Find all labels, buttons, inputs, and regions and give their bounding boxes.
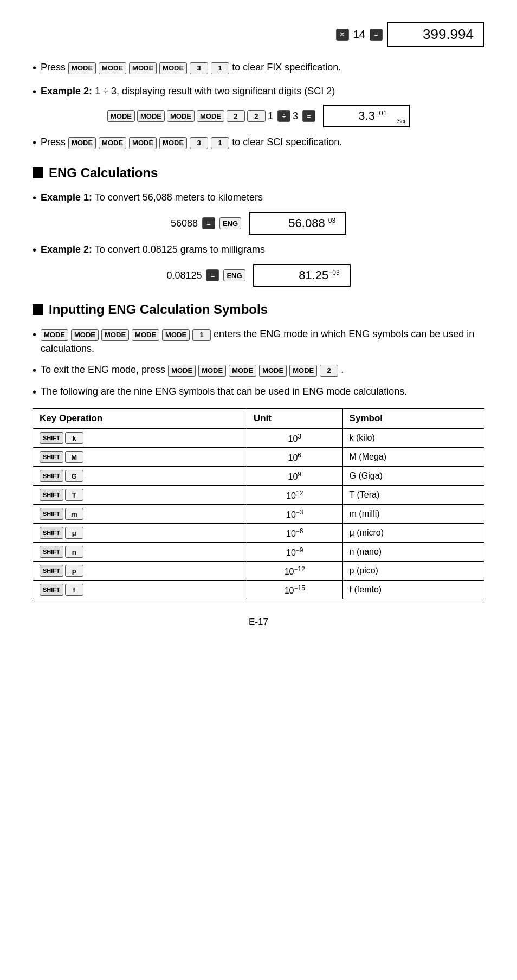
mode-key-4[interactable]: MODE [159,62,187,74]
exit-mode-5[interactable]: MODE [289,365,317,377]
e2-key-2[interactable]: 2 [227,110,245,122]
exit-mode-1[interactable]: MODE [168,365,196,377]
inp-mode-1[interactable]: MODE [41,329,68,341]
mode-key-2[interactable]: MODE [99,62,126,74]
symbol-p: p (pico) [342,562,484,581]
sci-mode-key-1[interactable]: MODE [68,137,96,149]
symbol-f: f (femto) [342,581,484,599]
eng-symbols-table: Key Operation Unit Symbol SHIFT k 103 k … [33,408,484,599]
key-G[interactable]: G [65,470,83,482]
inputting-bullet3: • The following are the nine ENG symbols… [33,384,484,399]
key-1-1[interactable]: 1 [211,62,229,74]
key-n[interactable]: n [65,546,83,558]
sci-mode-key-4[interactable]: MODE [159,137,187,149]
table-row: SHIFT k 103 k (kilo) [33,429,484,448]
eng-ex1-desc: To convert 56,088 meters to kilometers [95,192,263,203]
e2-mode-1[interactable]: MODE [107,110,135,122]
key-op-M: SHIFT M [33,448,247,467]
symbol-T: T (Tera) [342,486,484,505]
e2-div-icon: ÷ [277,110,290,122]
shift-label-M[interactable]: SHIFT [40,451,63,463]
eng-key-2[interactable]: ENG [223,269,245,281]
col-header-key-op: Key Operation [33,409,247,429]
key-op-f: SHIFT f [33,581,247,599]
exit-mode-4[interactable]: MODE [259,365,287,377]
mode-key-3[interactable]: MODE [129,62,157,74]
table-row: SHIFT M 106 M (Mega) [33,448,484,467]
sci-key-1[interactable]: 1 [211,137,229,149]
bullet-dot-6: • [33,327,36,342]
col-header-unit: Unit [247,409,342,429]
table-row: SHIFT m 10−3 m (milli) [33,505,484,524]
shift-label-T[interactable]: SHIFT [40,489,63,501]
unit-T: 1012 [247,486,342,505]
eng-ex2-num: 0.08125 [166,270,202,281]
key-T[interactable]: T [65,489,83,501]
eng-ex2-keys: 0.08125 = ENG [166,269,245,281]
exit-key-2[interactable]: 2 [320,365,338,377]
top-display: 399.994 [387,22,484,47]
key-M[interactable]: M [65,451,83,463]
unit-n: 10−9 [247,543,342,562]
eng-ex1-eq: = [202,217,215,229]
section-square-eng [33,167,43,178]
inp-mode-5[interactable]: MODE [162,329,190,341]
inp-key-1[interactable]: 1 [192,329,211,341]
inputting-text1: MODE MODE MODE MODE MODE 1 enters the EN… [41,327,484,356]
exit-mode-2[interactable]: MODE [198,365,226,377]
shift-label-m[interactable]: SHIFT [40,508,63,520]
eng-ex1-keys: 56088 = ENG [171,217,241,229]
e2-mode-4[interactable]: MODE [197,110,224,122]
exit-mode-3[interactable]: MODE [229,365,256,377]
eng-ex2-sup: −03 [328,269,339,276]
sci-key-3[interactable]: 3 [190,137,208,149]
mode-key-1[interactable]: MODE [68,62,96,74]
key-3-1[interactable]: 3 [190,62,208,74]
equals-icon: = [370,29,383,41]
sci-mode-key-2[interactable]: MODE [99,137,126,149]
shift-label-p[interactable]: SHIFT [40,565,63,577]
shift-label-k[interactable]: SHIFT [40,432,63,444]
e2-mode-3[interactable]: MODE [167,110,195,122]
eng-ex1-display: 56.088 03 [249,212,346,235]
symbol-m: m (milli) [342,505,484,524]
eng-ex1-text: Example 1: To convert 56,088 meters to k… [41,190,484,205]
inp-mode-3[interactable]: MODE [101,329,129,341]
cross-icon: ✕ [336,29,349,41]
eng-ex2-text: Example 2: To convert 0.08125 grams to m… [41,242,484,257]
section-square-inputting [33,304,43,315]
eng-ex2-bullet: • Example 2: To convert 0.08125 grams to… [33,242,484,257]
key-mu[interactable]: μ [65,527,83,539]
inp-mode-2[interactable]: MODE [71,329,99,341]
e2-mode-2[interactable]: MODE [137,110,165,122]
key-f[interactable]: f [65,584,83,596]
table-row: SHIFT n 10−9 n (nano) [33,543,484,562]
key-m[interactable]: m [65,508,83,520]
e2-three: 3 [293,111,298,122]
symbol-G: G (Giga) [342,467,484,486]
table-header-row: Key Operation Unit Symbol [33,409,484,429]
eng-section-header: ENG Calculations [33,165,484,180]
shift-label-G[interactable]: SHIFT [40,470,63,482]
key-k[interactable]: k [65,432,83,444]
inp-mode-4[interactable]: MODE [132,329,159,341]
e2-key-2b[interactable]: 2 [247,110,266,122]
sci-mode-key-3[interactable]: MODE [129,137,157,149]
example2-calc-row: MODE MODE MODE MODE 2 2 1 ÷ 3 = 3.3−01 S… [33,105,484,127]
symbol-mu: μ (micro) [342,524,484,543]
shift-label-n[interactable]: SHIFT [40,546,63,558]
table-row: SHIFT p 10−12 p (pico) [33,562,484,581]
bullet-dot-1: • [33,60,36,75]
unit-M: 106 [247,448,342,467]
exit-text-prefix: To exit the ENG mode, press [41,364,168,375]
eng-key-1[interactable]: ENG [219,217,241,229]
shift-label-mu[interactable]: SHIFT [40,527,63,539]
key-op-k: SHIFT k [33,429,247,448]
example2-header: Example 2: [41,86,92,96]
shift-label-f[interactable]: SHIFT [40,584,63,596]
example2-display: 3.3−01 Sci [323,105,410,127]
key-p[interactable]: p [65,565,83,577]
inputting-section-title: Inputting ENG Calculation Symbols [49,302,268,317]
eng-ex1-bullet: • Example 1: To convert 56,088 meters to… [33,190,484,205]
inputting-text3: The following are the nine ENG symbols t… [41,384,484,399]
